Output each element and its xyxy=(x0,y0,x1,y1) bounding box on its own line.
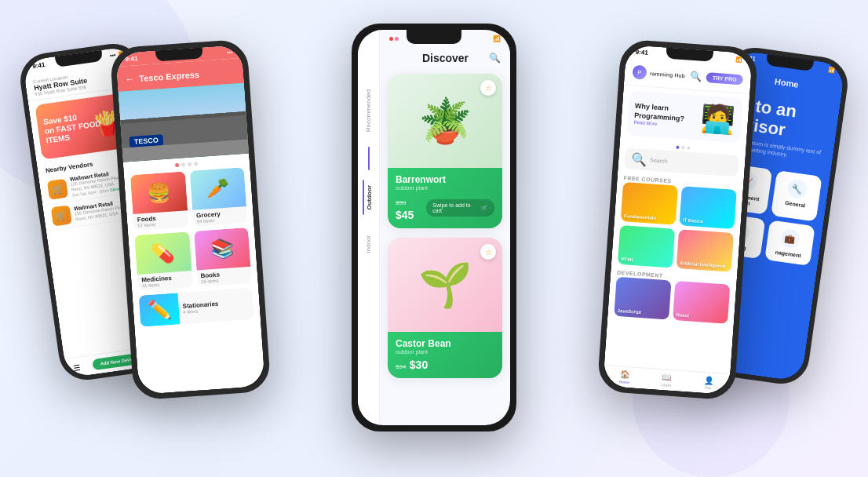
p3-castor-price-row: $34 $30 xyxy=(396,358,494,372)
p2-dot-1[interactable] xyxy=(175,163,179,167)
time-2: 9:41 xyxy=(125,55,138,63)
p4-dot-3[interactable] xyxy=(687,147,690,150)
phone-tesco: 9:41 ▪▪▪ ← Tesco Express TESCO xyxy=(110,38,272,400)
p2-foods-info: Foods 57 items xyxy=(133,210,188,231)
phones-container: 9:41 ▪▪▪ 📶 Current Location Hyatt Row Su… xyxy=(0,0,868,477)
p3-barrenwort-type: outdoor plant xyxy=(396,185,494,191)
p2-category-medicines[interactable]: 💊 Medicines 41 items xyxy=(134,231,192,291)
p2-grocery-img: 🥕 xyxy=(189,167,246,210)
p3-plant-card-castor[interactable]: 🌱 ☆ Castor Bean outdoor plant $34 $30 xyxy=(388,238,502,378)
p2-category-stationery[interactable]: ✏️ Stationaries 4 items xyxy=(139,288,254,327)
p3-sidebar-indoor[interactable]: Indoor xyxy=(363,231,374,258)
p2-back-button[interactable]: ← xyxy=(125,74,135,86)
signal-icon-5: 📶 xyxy=(828,66,836,73)
phone-programming: 9:41 📶 P ramming Hub 🔍 TRY PRO xyxy=(597,38,759,400)
signal-icon-3: 📶 xyxy=(493,35,501,42)
p3-swipe-label: Swipe to add to cart xyxy=(432,202,479,213)
p3-cart-icon: 🛒 xyxy=(481,205,488,211)
p3-castor-name: Castor Bean xyxy=(396,338,494,349)
p2-category-books[interactable]: 📚 Books 18 items xyxy=(194,228,252,287)
p3-barrenwort-favorite[interactable]: ☆ xyxy=(480,80,496,96)
p3-castor-favorite[interactable]: ☆ xyxy=(480,244,496,260)
p3-add-to-cart-btn[interactable]: Swipe to add to cart 🛒 xyxy=(426,199,494,217)
p2-store-title: Tesco Express xyxy=(139,70,199,83)
p4-home-label: Home xyxy=(618,379,629,384)
p4-tab-home[interactable]: 🏠 Home xyxy=(603,366,646,389)
p5-management-icon: 💼 xyxy=(779,228,801,249)
phone4-content: 9:41 📶 P ramming Hub 🔍 TRY PRO xyxy=(603,45,753,395)
notch-3 xyxy=(407,30,461,44)
p1-vendor-1-img: 🛒 xyxy=(47,178,68,199)
p4-dev-course-1-name: JavaScript xyxy=(618,308,642,315)
p4-course-it-basics[interactable]: IT Basics xyxy=(680,186,737,229)
p5-card-general[interactable]: 🔧 General xyxy=(771,170,822,222)
p3-search-icon[interactable]: 🔍 xyxy=(489,53,501,64)
p4-tab-learn[interactable]: 📖 Learn xyxy=(645,369,688,392)
signal-icon-2: ▪▪▪ xyxy=(227,49,233,56)
p3-header: Discover 🔍 xyxy=(380,46,510,69)
p4-course-3-name: HTML xyxy=(621,257,634,262)
p2-category-grocery[interactable]: 🥕 Grocery 94 items xyxy=(189,167,247,227)
p4-dev-course-2-name: React xyxy=(676,312,689,318)
p4-course-ai[interactable]: Artificial Intelligence xyxy=(677,229,734,272)
p4-dot-1[interactable] xyxy=(676,146,679,149)
status-icons-2: ▪▪▪ xyxy=(227,49,233,56)
p4-search-icon[interactable]: 🔍 xyxy=(690,71,702,82)
p3-sidebar-outdoor[interactable]: Outdoor xyxy=(363,180,374,215)
p4-dev-course-2[interactable]: React xyxy=(673,281,730,324)
p3-castor-price-group: $34 $30 xyxy=(396,358,428,372)
p4-bottom-tabs: 🏠 Home 📖 Learn 👤 Pro xyxy=(603,365,730,395)
p4-course-fundamentals[interactable]: Fundamentals xyxy=(621,182,678,225)
status-icons-3: 📶 xyxy=(493,35,501,42)
p4-home-icon: 🏠 xyxy=(620,370,630,379)
p2-dot-3[interactable] xyxy=(188,162,191,166)
p4-hub-name: ramming Hub xyxy=(650,71,686,78)
p2-medicines-img: 💊 xyxy=(134,231,191,275)
p1-menu-icon[interactable]: ☰ xyxy=(73,362,81,372)
phone2-inner: 9:41 ▪▪▪ ← Tesco Express TESCO xyxy=(115,45,265,395)
wifi-icon-4: 📶 xyxy=(735,56,743,63)
p4-search-placeholder: Search xyxy=(650,157,668,164)
p2-category-foods[interactable]: 🍔 Foods 57 items xyxy=(130,171,188,231)
p4-course-html[interactable]: HTML xyxy=(618,225,675,268)
p1-vendor-2-img: 🛒 xyxy=(51,206,72,227)
p3-main: 9:41 📶 Discover 🔍 🪴 ☆ xyxy=(380,30,510,425)
time-1: 9:41 xyxy=(32,61,46,70)
p2-dot-2[interactable] xyxy=(181,162,185,166)
p3-sidebar: Recommended Outdoor Indoor xyxy=(358,30,380,425)
status-icons-5: 📶 xyxy=(828,66,836,73)
p3-barrenwort-price: $45 xyxy=(396,209,414,221)
p2-grocery-info: Grocery 94 items xyxy=(192,206,248,227)
p2-stationery-img: ✏️ xyxy=(139,293,181,326)
p2-spacer xyxy=(204,73,217,74)
p4-tab-pro[interactable]: 👤 Pro xyxy=(687,371,730,395)
status-icons-4: 📶 xyxy=(735,56,743,63)
phone-plants-center: Recommended Outdoor Indoor 9:41 📶 xyxy=(352,24,516,431)
p4-banner-content: Why learn Programming? Read More xyxy=(633,102,702,129)
p2-books-img: 📚 xyxy=(194,228,251,271)
p2-dot-4[interactable] xyxy=(194,162,198,166)
p5-management-label: nagement xyxy=(775,249,801,259)
p5-card-management[interactable]: 💼 nagement xyxy=(764,220,815,267)
p4-banner[interactable]: Why learn Programming? Read More 🧑‍💻 xyxy=(626,90,743,143)
p3-page-title: Discover xyxy=(422,52,469,64)
p4-course-1-name: Fundamentals xyxy=(624,213,656,220)
p4-header-actions: 🔍 TRY PRO xyxy=(690,71,744,86)
p4-dev-courses-grid: JavaScript React xyxy=(607,276,736,324)
p3-castor-info: Castor Bean outdoor plant $34 $30 xyxy=(388,332,502,378)
p3-barrenwort-price-row: $50 $45 Swipe to add to cart 🛒 xyxy=(396,194,494,222)
p3-sidebar-divider xyxy=(368,147,370,170)
p4-dev-course-1[interactable]: JavaScript xyxy=(614,277,671,320)
p4-dot-2[interactable] xyxy=(681,146,684,149)
phone3-inner: Recommended Outdoor Indoor 9:41 📶 xyxy=(358,30,510,425)
p4-logo: P ramming Hub xyxy=(632,65,685,83)
p4-pro-icon: 👤 xyxy=(704,376,714,385)
p4-course-4-name: Artificial Intelligence xyxy=(680,260,726,268)
time-4: 9:41 xyxy=(635,49,648,56)
p3-sidebar-recommended[interactable]: Recommended xyxy=(363,85,374,137)
p3-plant-card-barrenwort[interactable]: 🪴 ☆ Barrenwort outdoor plant $50 $45 xyxy=(388,74,502,228)
p2-facade: TESCO xyxy=(118,83,249,162)
p4-search-bar-icon: 🔍 xyxy=(631,151,647,167)
p4-try-pro-btn[interactable]: TRY PRO xyxy=(706,72,744,85)
p3-castor-type: outdoor plant xyxy=(396,349,494,355)
